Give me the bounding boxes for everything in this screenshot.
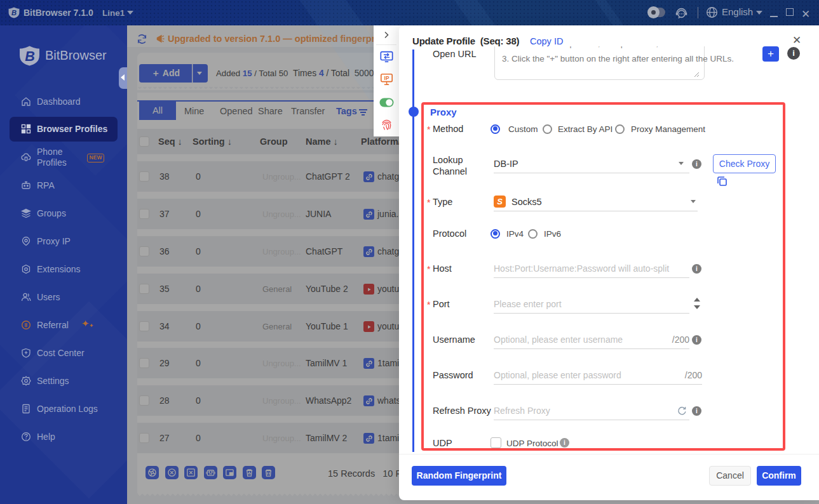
svg-text:B: B bbox=[11, 9, 17, 17]
svg-text:B: B bbox=[25, 48, 35, 64]
svg-text:IP: IP bbox=[384, 76, 389, 81]
